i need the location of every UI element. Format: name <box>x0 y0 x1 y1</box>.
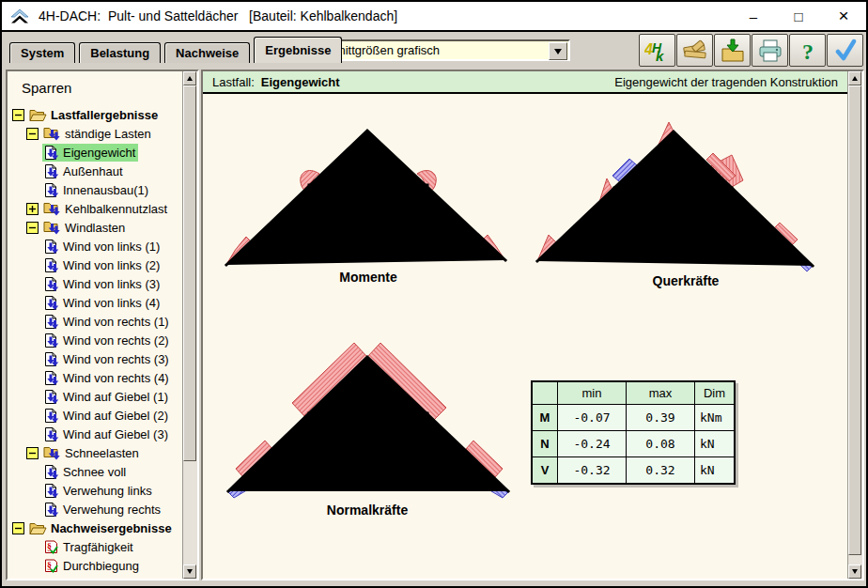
tree-item-label: Wind auf Giebel (3) <box>63 427 168 441</box>
tab-system[interactable]: System <box>9 42 75 63</box>
row-label-v: V <box>532 457 558 485</box>
chevron-down-icon <box>554 49 562 54</box>
tree-item-eigengewicht[interactable]: Eigengewicht <box>8 143 183 162</box>
view-selector-dropdown-button[interactable] <box>549 42 567 60</box>
tree-item-schneelasten[interactable]: Schneelasten <box>8 443 183 462</box>
minus-expander-icon[interactable] <box>12 109 24 121</box>
tree-item-label: Wind von links (1) <box>63 240 160 254</box>
diagram-canvas: Momente <box>203 94 847 579</box>
tree-item-wind-von-rechts-2[interactable]: Wind von rechts (2) <box>8 331 183 349</box>
results-table: min max Dim M -0.07 0.39 kNm N -0.24 0.0… <box>531 380 736 485</box>
tree-item-wind-von-rechts-3[interactable]: Wind von rechts (3) <box>8 349 183 368</box>
tree-item-wind-auf-giebel-2[interactable]: Wind auf Giebel (2) <box>8 406 183 425</box>
tree-item-wind-von-links-1[interactable]: Wind von links (1) <box>8 237 183 255</box>
tree-item-innenausbau-1[interactable]: Innenausbau(1) <box>8 180 183 199</box>
tree-item-label: Wind auf Giebel (2) <box>63 409 168 423</box>
tree-item-kehlbalkennutzlast[interactable]: Kehlbalkennutzlast <box>8 199 183 218</box>
scroll-down-button[interactable] <box>183 565 196 579</box>
m-min-value: -0.07 <box>558 405 627 431</box>
main-scrollbar[interactable] <box>847 71 862 579</box>
tree-item-au-enhaut[interactable]: Außenhaut <box>8 162 183 180</box>
export-button[interactable] <box>714 34 751 67</box>
loadcase-doc-icon <box>43 483 59 499</box>
loadcase-doc-icon <box>43 370 59 386</box>
tree-item-label: Lastfallergebnisse <box>51 108 158 122</box>
tree-item-wind-von-links-4[interactable]: Wind von links (4) <box>8 293 183 312</box>
tab-bar: System Belastung Nachweise Ergebnisse <box>9 37 342 63</box>
4hk-logo-icon: 4 H k <box>644 39 671 63</box>
loadcase-doc-icon <box>43 163 59 179</box>
minus-expander-icon[interactable] <box>26 128 39 140</box>
minus-expander-icon[interactable] <box>12 522 24 534</box>
loadcase-doc-icon <box>43 145 59 161</box>
loadcase-doc-icon <box>43 389 59 405</box>
tree-item-wind-von-links-2[interactable]: Wind von links (2) <box>8 255 183 274</box>
tab-belastung[interactable]: Belastung <box>79 42 161 63</box>
print-button[interactable] <box>752 34 788 67</box>
tree-item-label: Schnee voll <box>63 465 126 479</box>
tree-item-windlasten[interactable]: Windlasten <box>8 218 183 237</box>
momente-label: Momente <box>339 270 397 285</box>
tree-item-wind-auf-giebel-1[interactable]: Wind auf Giebel (1) <box>8 387 183 406</box>
v-min-value: -0.32 <box>558 457 627 485</box>
scroll-up-button[interactable] <box>848 71 861 85</box>
tree-item-schnee-voll[interactable]: Schnee voll <box>8 462 183 481</box>
v-max-value: 0.32 <box>627 457 695 485</box>
tab-nachweise[interactable]: Nachweise <box>164 42 250 63</box>
tree-item-label: Wind von links (2) <box>63 258 160 272</box>
maximize-button[interactable]: □ <box>776 2 821 30</box>
triangle-up-icon <box>852 76 858 81</box>
scroll-down-button[interactable] <box>848 565 861 579</box>
tree-item-wind-von-rechts-1[interactable]: Wind von rechts (1) <box>8 312 183 331</box>
tree-item-st-ndige-lasten[interactable]: ständige Lasten <box>8 124 183 143</box>
minus-expander-icon[interactable] <box>26 447 39 459</box>
tree-item-nachweisergebnisse[interactable]: Nachweisergebnisse <box>8 518 183 537</box>
confirm-button[interactable] <box>827 34 863 67</box>
plus-expander-icon[interactable] <box>26 203 39 215</box>
tab-ergebnisse[interactable]: Ergebnisse <box>254 37 342 63</box>
loadgroup-folder-icon <box>43 126 61 142</box>
n-dim-unit: kN <box>695 431 736 457</box>
tree-item-verwehung-links[interactable]: Verwehung links <box>8 481 183 500</box>
structure-lines <box>537 132 813 266</box>
minimize-button[interactable]: – <box>731 2 776 30</box>
table-corner-cell <box>532 381 558 405</box>
loadcase-doc-icon <box>43 276 59 292</box>
blue-checkmark-icon <box>832 39 859 63</box>
printer-icon <box>757 39 783 63</box>
tree-item-tragf-higkeit[interactable]: §Tragfähigkeit <box>8 537 183 556</box>
normalkraefte-label: Normalkräfte <box>327 503 409 518</box>
tree-item-verwehung-rechts[interactable]: Verwehung rechts <box>8 500 183 518</box>
help-button[interactable]: ? <box>789 34 826 67</box>
check-doc-icon: § <box>43 539 59 555</box>
minus-expander-icon[interactable] <box>26 222 39 234</box>
sidebar-scrollbar[interactable] <box>182 71 197 579</box>
tree-item-label: Wind von rechts (3) <box>63 352 169 366</box>
tree-item-label: Tragfähigkeit <box>63 540 133 554</box>
app-logo-button[interactable]: 4 H k <box>639 34 675 67</box>
tree-item-lastfallergebnisse[interactable]: Lastfallergebnisse <box>8 105 183 124</box>
tree-item-wind-auf-giebel-3[interactable]: Wind auf Giebel (3) <box>8 425 183 443</box>
tree-item-durchbiegung[interactable]: §Durchbiegung <box>8 556 183 575</box>
momente-diagram: Momente <box>214 105 524 293</box>
tree-item-wind-von-links-3[interactable]: Wind von links (3) <box>8 274 183 293</box>
loadcase-name: Eigengewicht <box>261 75 340 89</box>
toolbar-strip: System Belastung Nachweise Ergebnisse Sc… <box>2 32 866 70</box>
window-title: 4H-DACH: Pult- und Satteldächer [Bauteil… <box>39 8 397 23</box>
v-dim-unit: kN <box>695 457 736 485</box>
sidebar-panel: Sparren Lastfallergebnisseständige Laste… <box>6 70 199 580</box>
title-bar: 4H-DACH: Pult- und Satteldächer [Bauteil… <box>2 2 866 30</box>
tree-item-wind-von-rechts-4[interactable]: Wind von rechts (4) <box>8 368 183 387</box>
timber-button[interactable] <box>676 34 713 67</box>
loadgroup-folder-icon <box>43 445 61 461</box>
scrollbar-thumb[interactable] <box>183 85 196 461</box>
loadcase-doc-icon <box>43 408 59 424</box>
svg-text:k: k <box>656 48 664 63</box>
tree-item-label: Windlasten <box>65 221 125 235</box>
view-selector[interactable]: Schnittgrößen grafisch <box>310 39 570 61</box>
scroll-up-button[interactable] <box>183 71 196 85</box>
close-button[interactable]: × <box>821 2 866 30</box>
svg-text:?: ? <box>802 39 814 63</box>
row-label-m: M <box>532 405 558 431</box>
scrollbar-thumb[interactable] <box>848 85 861 555</box>
